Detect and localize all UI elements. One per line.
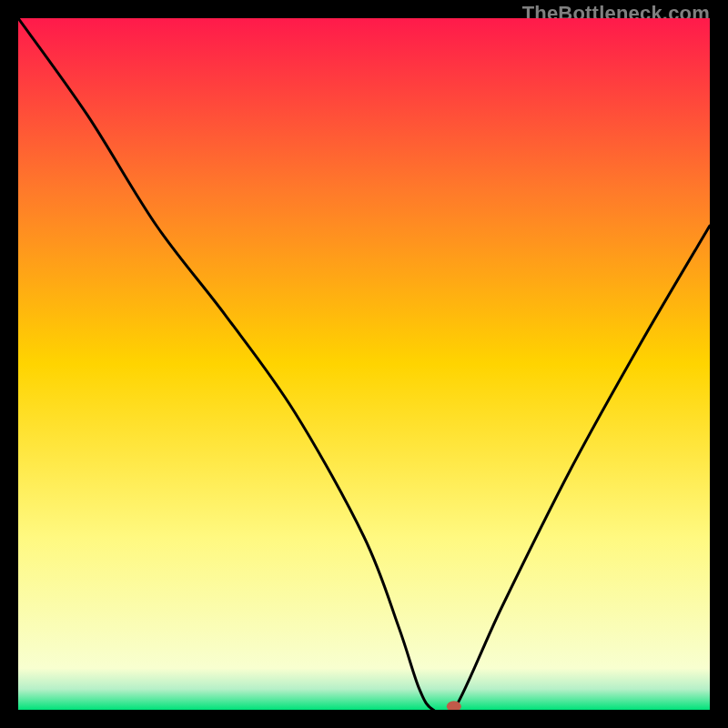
chart-svg — [18, 18, 710, 710]
chart-background-gradient — [18, 18, 710, 710]
chart-plot-area — [18, 18, 710, 710]
